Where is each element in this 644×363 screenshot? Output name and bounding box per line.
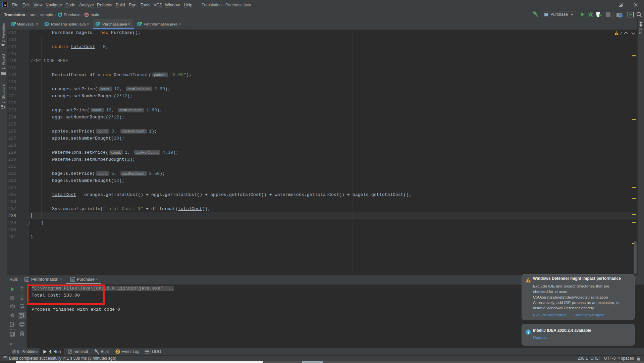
svg-text:7: 7	[620, 31, 622, 36]
svg-text:m: m	[85, 13, 88, 17]
svg-text:C: C	[46, 22, 48, 26]
svg-text:C: C	[138, 22, 141, 26]
svg-text:C: C	[12, 22, 14, 26]
svg-text:C: C	[59, 13, 61, 17]
svg-text:C: C	[97, 22, 99, 26]
svg-text:2: 2	[117, 350, 119, 354]
